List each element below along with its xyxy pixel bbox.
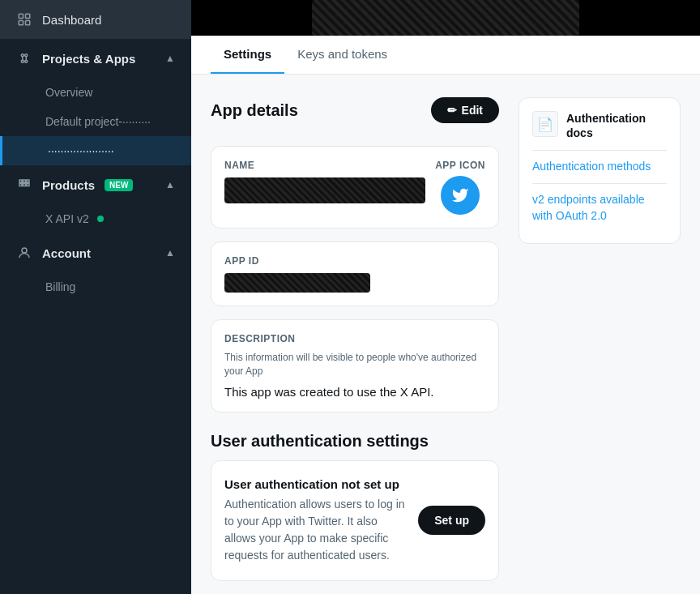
app-id-redacted bbox=[224, 273, 370, 293]
sidebar-item-overview[interactable]: Overview bbox=[0, 78, 191, 107]
description-card: DESCRIPTION This information will be vis… bbox=[211, 319, 499, 412]
sidebar-section-account[interactable]: Account ▲ bbox=[0, 233, 191, 272]
app-id-card: APP ID bbox=[211, 241, 499, 306]
svg-point-12 bbox=[22, 248, 27, 253]
auth-methods-link[interactable]: Authentication methods bbox=[532, 159, 667, 175]
app-id-label: APP ID bbox=[224, 255, 485, 267]
description-field-label: DESCRIPTION bbox=[224, 333, 485, 344]
app-name-label: ····················· bbox=[48, 144, 114, 157]
auth-docs-card: 📄 Authentication docs Authentication met… bbox=[519, 97, 681, 244]
products-label: Products bbox=[42, 178, 95, 192]
svg-point-4 bbox=[21, 54, 23, 57]
content-area: App details ✏ Edit NAME APP ICON bbox=[191, 75, 700, 594]
auth-not-setup-desc: Authentication allows users to log in to… bbox=[224, 496, 405, 564]
app-details-title: App details bbox=[211, 101, 298, 120]
sidebar-item-billing[interactable]: Billing bbox=[0, 272, 191, 301]
tabs-bar: Settings Keys and tokens bbox=[191, 36, 700, 75]
description-text: This app was created to use the X API. bbox=[224, 385, 485, 399]
sidebar-section-projects[interactable]: Projects & Apps ▲ bbox=[0, 39, 191, 78]
setup-button[interactable]: Set up bbox=[418, 506, 485, 535]
dashboard-label: Dashboard bbox=[42, 13, 101, 27]
projects-apps-label: Projects & Apps bbox=[42, 52, 135, 66]
products-icon bbox=[16, 177, 32, 193]
name-section: NAME bbox=[224, 160, 425, 203]
app-icon-label: APP ICON bbox=[435, 160, 485, 171]
svg-point-7 bbox=[25, 60, 28, 62]
xapi-status-dot bbox=[97, 216, 104, 222]
app-icon-section: APP ICON bbox=[435, 160, 485, 215]
overview-label: Overview bbox=[45, 86, 92, 99]
name-redacted bbox=[224, 177, 425, 203]
app-header-banner bbox=[312, 0, 579, 36]
sidebar-item-xapi[interactable]: X API v2 bbox=[0, 204, 191, 233]
svg-rect-3 bbox=[26, 21, 30, 25]
projects-icon bbox=[16, 50, 32, 66]
auth-docs-header: 📄 Authentication docs bbox=[532, 111, 667, 140]
edit-icon: ✏ bbox=[447, 104, 457, 117]
tab-settings[interactable]: Settings bbox=[211, 36, 284, 74]
svg-point-6 bbox=[21, 60, 23, 62]
auth-not-setup-text: User authentication not set up Authentic… bbox=[224, 477, 405, 564]
main-panel: App details ✏ Edit NAME APP ICON bbox=[211, 97, 499, 581]
account-label: Account bbox=[42, 246, 91, 260]
user-auth-section: User authentication settings User authen… bbox=[211, 432, 499, 581]
v2-endpoints-link[interactable]: v2 endpoints available with OAuth 2.0 bbox=[532, 192, 667, 224]
sidebar: Dashboard Projects & Apps ▲ Overview bbox=[0, 0, 191, 594]
svg-point-5 bbox=[25, 54, 28, 57]
default-project-label: Default project-········· bbox=[45, 115, 151, 128]
sidebar-section-products[interactable]: Products NEW ▲ bbox=[0, 165, 191, 204]
billing-label: Billing bbox=[45, 280, 75, 293]
chevron-up-products-icon: ▲ bbox=[165, 179, 175, 190]
svg-rect-2 bbox=[19, 21, 23, 25]
account-icon bbox=[16, 245, 32, 261]
sidebar-item-default-project[interactable]: Default project-········· bbox=[0, 107, 191, 136]
main-content: Settings Keys and tokens App details ✏ E… bbox=[191, 0, 700, 594]
products-new-badge: NEW bbox=[105, 179, 133, 191]
name-app-icon-card: NAME APP ICON bbox=[211, 146, 499, 229]
divider-1 bbox=[532, 150, 667, 151]
svg-rect-0 bbox=[19, 14, 23, 18]
sidebar-item-app[interactable]: ····················· bbox=[0, 136, 191, 165]
right-panel: 📄 Authentication docs Authentication met… bbox=[519, 97, 681, 581]
name-field-label: NAME bbox=[224, 160, 425, 171]
auth-not-setup-title: User authentication not set up bbox=[224, 477, 405, 491]
sidebar-item-dashboard[interactable]: Dashboard bbox=[0, 0, 191, 39]
chevron-up-account-icon: ▲ bbox=[165, 247, 175, 259]
app-details-header: App details ✏ Edit bbox=[211, 97, 499, 123]
xapi-label: X API v2 bbox=[45, 212, 89, 225]
auth-docs-title: Authentication docs bbox=[566, 111, 667, 140]
divider-2 bbox=[532, 183, 667, 184]
app-header bbox=[191, 0, 700, 36]
svg-rect-1 bbox=[26, 14, 30, 18]
edit-button[interactable]: ✏ Edit bbox=[431, 97, 499, 123]
twitter-app-icon bbox=[441, 176, 480, 215]
dashboard-icon bbox=[16, 11, 32, 28]
tab-keys-tokens[interactable]: Keys and tokens bbox=[284, 36, 400, 74]
chevron-up-icon: ▲ bbox=[165, 53, 175, 64]
user-auth-title: User authentication settings bbox=[211, 432, 499, 451]
doc-icon: 📄 bbox=[532, 111, 558, 137]
auth-not-setup-card: User authentication not set up Authentic… bbox=[211, 460, 499, 581]
description-meta: This information will be visible to peop… bbox=[224, 351, 485, 378]
